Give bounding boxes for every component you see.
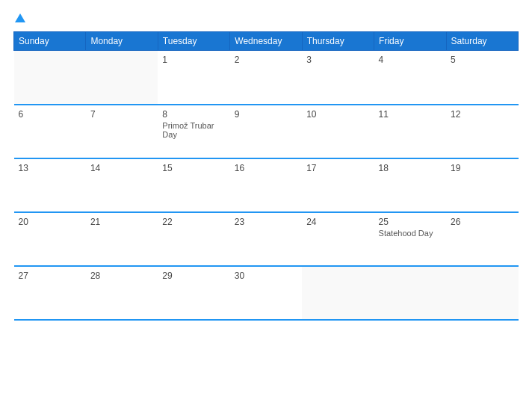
weekday-header-tuesday: Tuesday — [158, 32, 229, 51]
day-number: 9 — [235, 109, 297, 120]
day-number: 19 — [451, 163, 513, 173]
day-number: 13 — [19, 163, 81, 173]
day-number: 20 — [19, 217, 81, 227]
calendar-day-cell: 29 — [158, 266, 229, 320]
day-number: 5 — [451, 55, 513, 65]
day-number: 12 — [451, 109, 513, 120]
day-number: 24 — [306, 217, 369, 227]
day-number: 11 — [379, 109, 442, 120]
calendar-day-cell: 30 — [230, 266, 302, 320]
calendar-day-cell: 1 — [158, 51, 229, 105]
calendar-day-cell: 26 — [446, 212, 518, 266]
calendar-day-cell: 12 — [446, 105, 518, 158]
calendar-day-cell: 15 — [158, 158, 229, 212]
day-number: 29 — [162, 271, 225, 281]
calendar-day-cell: 5 — [446, 51, 518, 105]
logo — [13, 13, 25, 24]
day-number: 4 — [379, 55, 442, 65]
day-number: 1 — [162, 55, 225, 65]
day-number: 21 — [90, 217, 153, 227]
calendar-day-cell: 18 — [374, 158, 446, 212]
day-number: 15 — [162, 163, 225, 173]
calendar-day-cell — [446, 266, 518, 320]
weekday-header-monday: Monday — [86, 32, 158, 51]
day-number: 30 — [235, 271, 297, 281]
calendar-week-row: 202122232425Statehood Day26 — [14, 212, 519, 266]
logo-triangle-icon — [15, 13, 25, 22]
calendar-day-cell: 21 — [86, 212, 158, 266]
day-number: 14 — [90, 163, 153, 173]
calendar-day-cell: 14 — [86, 158, 158, 212]
holiday-name: Statehood Day — [379, 229, 442, 238]
calendar-day-cell: 9 — [230, 105, 302, 158]
calendar-day-cell: 19 — [446, 158, 518, 212]
day-number: 27 — [19, 271, 81, 281]
calendar-day-cell: 4 — [374, 51, 446, 105]
weekday-header-saturday: Saturday — [446, 32, 518, 51]
calendar-day-cell: 7 — [86, 105, 158, 158]
calendar-day-cell: 24 — [302, 212, 374, 266]
day-number: 26 — [451, 217, 513, 227]
day-number: 23 — [235, 217, 297, 227]
day-number: 6 — [19, 109, 81, 120]
calendar-day-cell — [14, 51, 86, 105]
day-number: 2 — [235, 55, 297, 65]
calendar-week-row: 12345 — [14, 51, 519, 105]
calendar-day-cell: 2 — [230, 51, 302, 105]
calendar-day-cell: 20 — [14, 212, 86, 266]
day-number: 25 — [379, 217, 442, 227]
weekday-header-wednesday: Wednesday — [230, 32, 302, 51]
day-number: 17 — [306, 163, 369, 173]
day-number: 10 — [306, 109, 369, 120]
calendar-day-cell: 6 — [14, 105, 86, 158]
day-number: 7 — [90, 109, 153, 120]
day-number: 16 — [235, 163, 297, 173]
calendar-day-cell: 13 — [14, 158, 86, 212]
calendar-header-row: SundayMondayTuesdayWednesdayThursdayFrid… — [14, 32, 519, 51]
calendar-day-cell: 3 — [302, 51, 374, 105]
calendar-week-row: 27282930 — [14, 266, 519, 320]
calendar-week-row: 678Primož Trubar Day9101112 — [14, 105, 519, 158]
calendar-day-cell: 25Statehood Day — [374, 212, 446, 266]
weekday-header-friday: Friday — [374, 32, 446, 51]
holiday-name: Primož Trubar Day — [162, 121, 225, 139]
calendar-header — [13, 13, 519, 24]
calendar-day-cell — [302, 266, 374, 320]
calendar-body: 12345678Primož Trubar Day910111213141516… — [14, 51, 519, 320]
calendar-day-cell: 16 — [230, 158, 302, 212]
weekday-header-sunday: Sunday — [14, 32, 86, 51]
calendar-day-cell: 27 — [14, 266, 86, 320]
calendar-day-cell — [374, 266, 446, 320]
day-number: 22 — [162, 217, 225, 227]
calendar-week-row: 13141516171819 — [14, 158, 519, 212]
day-number: 18 — [379, 163, 442, 173]
calendar-table: SundayMondayTuesdayWednesdayThursdayFrid… — [13, 31, 519, 321]
calendar-day-cell — [86, 51, 158, 105]
calendar-day-cell: 8Primož Trubar Day — [158, 105, 229, 158]
day-number: 8 — [162, 109, 225, 120]
day-number: 3 — [306, 55, 369, 65]
calendar-day-cell: 28 — [86, 266, 158, 320]
calendar-day-cell: 10 — [302, 105, 374, 158]
calendar-day-cell: 22 — [158, 212, 229, 266]
calendar-day-cell: 11 — [374, 105, 446, 158]
weekday-header-thursday: Thursday — [302, 32, 374, 51]
calendar-day-cell: 23 — [230, 212, 302, 266]
calendar-container: SundayMondayTuesdayWednesdayThursdayFrid… — [0, 0, 532, 411]
day-number: 28 — [90, 271, 153, 281]
calendar-day-cell: 17 — [302, 158, 374, 212]
